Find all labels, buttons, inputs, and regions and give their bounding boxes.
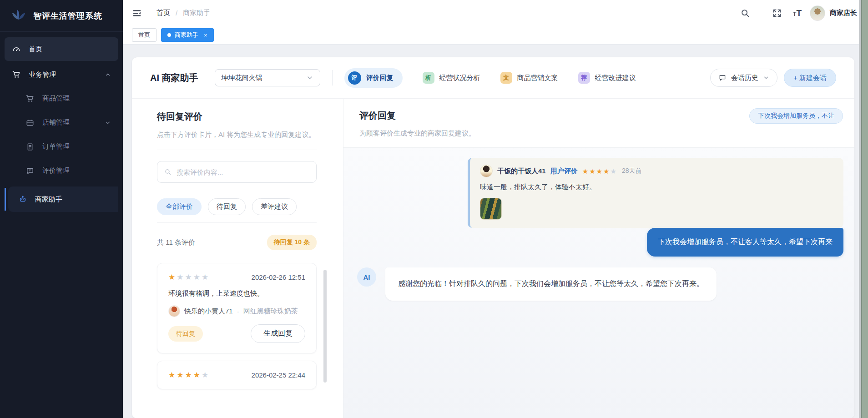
- new-chat-button[interactable]: + 新建会话: [784, 69, 836, 87]
- chevron-down-icon: [306, 74, 313, 81]
- sidebar-item-products[interactable]: 商品管理: [5, 86, 118, 111]
- reviewer-name: 快乐的小黄人71: [184, 307, 233, 316]
- tabbar: 首页 商家助手 ×: [123, 26, 868, 45]
- review-text: 环境很有格调，上菜速度也快。: [168, 289, 305, 298]
- user-message-bubble: 下次我会增加服务员，不让客人等太久，希望下次再来: [647, 228, 843, 257]
- filter-negative[interactable]: 差评建议: [252, 198, 297, 215]
- chat-messages: 干饭的干饭人41 用户评价 ★★★★★ 28天前 味道一般，排队太久了，体验不太…: [343, 148, 854, 418]
- feature-tabs: 评 评价回复 析 经营状况分析 文 商品营销文案 荐: [344, 68, 636, 88]
- chevron-down-icon: [763, 75, 769, 81]
- tab-label: 商家助手: [175, 31, 198, 39]
- quoted-reviewer-avatar: [480, 165, 493, 177]
- breadcrumb-home[interactable]: 首页: [156, 9, 170, 17]
- reply-suggestion-chip[interactable]: 下次我会增加服务员，不让: [749, 108, 843, 124]
- review-search-input[interactable]: [176, 168, 309, 176]
- lotus-logo-icon: [10, 7, 27, 25]
- sidebar-item-label: 店铺管理: [42, 118, 70, 127]
- breadcrumb-separator: /: [176, 9, 177, 17]
- receipt-icon: [25, 142, 35, 151]
- feature-tab-label: 经营状况分析: [439, 74, 480, 82]
- page-content: AI 商家助手 坤坤花间火锅 评 评价回复: [123, 45, 868, 418]
- assistant-header: AI 商家助手 坤坤花间火锅 评 评价回复: [132, 57, 854, 99]
- app-logo: 智评生活管理系统: [0, 0, 123, 32]
- review-list-scrollbar[interactable]: [323, 270, 327, 383]
- header-actions: 会话历史 + 新建会话: [710, 69, 836, 87]
- topbar-actions: TT 商家店长: [740, 5, 857, 21]
- generate-reply-button[interactable]: 生成回复: [251, 324, 305, 343]
- review-search-box[interactable]: [157, 161, 317, 183]
- review-card-footer: 待回复 生成回复: [168, 324, 305, 343]
- feature-tab-review-reply[interactable]: 评 评价回复: [344, 68, 403, 88]
- search-icon: [164, 168, 172, 176]
- breadcrumb-current: 商家助手: [183, 9, 210, 17]
- menu-fold-icon[interactable]: [132, 8, 142, 18]
- feature-tab-label: 经营改进建议: [595, 74, 636, 82]
- header-divider: [332, 70, 333, 86]
- sidebar-item-home[interactable]: 首页: [5, 37, 118, 61]
- sidebar-item-stores[interactable]: 店铺管理: [5, 111, 118, 135]
- separator-dot: ·: [237, 307, 239, 315]
- quoted-reviewer-name: 干饭的干饭人41: [497, 167, 546, 176]
- review-rating-row: ★★★★★ 2026-02-26 12:51: [168, 273, 305, 281]
- reviewer-avatar: [168, 305, 180, 317]
- star-rating: ★★★★★: [168, 273, 210, 281]
- review-photo-thumbnail[interactable]: [480, 198, 502, 220]
- font-size-icon[interactable]: TT: [793, 8, 802, 18]
- user-avatar[interactable]: [810, 5, 825, 21]
- review-product: 网红黑糖珍珠奶茶: [243, 307, 298, 316]
- storefront-icon: [25, 118, 35, 127]
- user-name[interactable]: 商家店长: [830, 9, 857, 17]
- chevron-up-icon: [105, 71, 111, 78]
- sidebar-item-label: 商品管理: [42, 94, 70, 103]
- sidebar-item-assistant[interactable]: 商家助手: [8, 186, 118, 212]
- analysis-badge-icon: 析: [423, 72, 434, 84]
- star-rating: ★★★★★: [168, 371, 210, 379]
- ai-message-bubble: 感谢您的光临！针对排队久的问题，下次我们会增加服务员，不让您等太久，希望您下次再…: [385, 267, 717, 301]
- active-tab-dot: [167, 33, 171, 37]
- ai-avatar: AI: [357, 267, 376, 287]
- window-scrollbar[interactable]: [859, 0, 868, 418]
- history-button[interactable]: 会话历史: [710, 69, 777, 87]
- feature-tab-analysis[interactable]: 析 经营状况分析: [423, 72, 480, 84]
- assistant-card: AI 商家助手 坤坤花间火锅 评 评价回复: [132, 57, 854, 418]
- review-card[interactable]: ★★★★★ 2026-02-26 12:51 环境很有格调，上菜速度也快。 快乐…: [157, 263, 317, 353]
- sidebar-item-reviews[interactable]: 评价管理: [5, 159, 118, 183]
- feature-tab-label: 商品营销文案: [517, 74, 558, 82]
- review-reply-badge-icon: 评: [348, 71, 361, 85]
- store-select-value: 坤坤花间火锅: [222, 74, 262, 82]
- robot-icon: [18, 195, 27, 204]
- new-chat-button-label: + 新建会话: [793, 74, 827, 82]
- sidebar-item-business[interactable]: 业务管理: [5, 63, 118, 86]
- breadcrumb: 首页 / 商家助手: [156, 9, 210, 17]
- ai-message-row: AI 感谢您的光临！针对排队久的问题，下次我们会增加服务员，不让您等太久，希望您…: [354, 267, 843, 301]
- filter-pending[interactable]: 待回复: [208, 198, 246, 215]
- search-icon[interactable]: [740, 8, 750, 18]
- divider: [157, 222, 317, 223]
- sidebar-item-label: 首页: [29, 45, 42, 54]
- chat-header: 评价回复 为顾客评价生成专业的商家回复建议。 下次我会增加服务员，不让: [343, 99, 854, 148]
- history-button-label: 会话历史: [731, 74, 758, 82]
- sidebar-item-orders[interactable]: 订单管理: [5, 135, 118, 159]
- filter-all[interactable]: 全部评价: [157, 198, 202, 215]
- tab-home[interactable]: 首页: [132, 28, 156, 42]
- tab-close-icon[interactable]: ×: [204, 32, 207, 39]
- cart-icon: [12, 70, 21, 79]
- review-card[interactable]: ★★★★★ 2026-02-25 22:44: [157, 361, 317, 389]
- sidebar-item-label: 商家助手: [35, 195, 62, 204]
- app-window: 智评生活管理系统 首页 业务管理: [0, 0, 868, 418]
- improvement-badge-icon: 荐: [578, 72, 590, 84]
- page-title: AI 商家助手: [150, 72, 198, 84]
- store-select[interactable]: 坤坤花间火锅: [215, 69, 320, 86]
- feature-tab-copywriting[interactable]: 文 商品营销文案: [500, 72, 558, 84]
- fullscreen-icon[interactable]: [772, 8, 782, 18]
- review-count: 共 11 条评价: [157, 238, 195, 247]
- review-date: 2026-02-25 22:44: [252, 371, 305, 379]
- quoted-review-card: 干饭的干饭人41 用户评价 ★★★★★ 28天前 味道一般，排队太久了，体验不太…: [468, 158, 843, 228]
- tab-assistant[interactable]: 商家助手 ×: [161, 28, 214, 42]
- active-indicator: [5, 188, 6, 211]
- pending-status-badge: 待回复: [168, 326, 203, 342]
- pending-count-badge: 待回复 10 条: [267, 235, 317, 250]
- topbar: 首页 / 商家助手: [123, 0, 868, 26]
- assistant-body: 待回复评价 点击下方评价卡片，AI 将为您生成专业的回复建议。 全部评价: [132, 99, 854, 418]
- feature-tab-improvement[interactable]: 荐 经营改进建议: [578, 72, 636, 84]
